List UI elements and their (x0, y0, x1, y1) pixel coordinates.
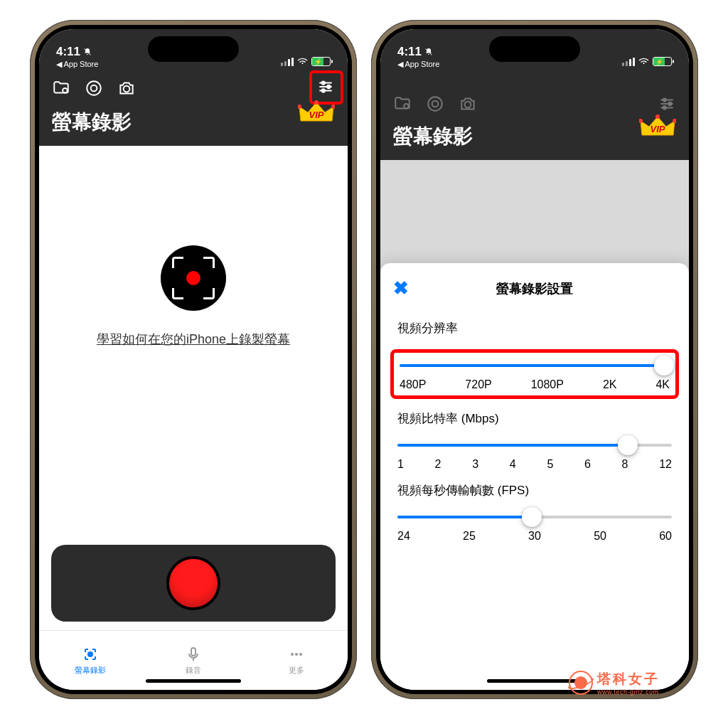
status-indicators: ⚡ (281, 54, 331, 69)
settings-sheet: ✖ 螢幕錄影設置 視頻分辨率 48 (380, 263, 689, 690)
svg-point-27 (663, 98, 666, 101)
battery-icon: ⚡ (311, 57, 331, 66)
settings-sliders-icon (658, 95, 676, 113)
bitrate-label: 視頻比特率 (Mbps) (397, 410, 672, 427)
status-back-link[interactable]: ◀ App Store (56, 60, 98, 69)
record-button[interactable] (166, 556, 220, 610)
svg-point-22 (432, 101, 439, 107)
camera-icon[interactable] (117, 79, 136, 97)
bell-slash-icon (83, 48, 92, 56)
cellular-icon (281, 58, 294, 66)
battery-icon: ⚡ (653, 57, 672, 66)
svg-point-17 (295, 653, 298, 656)
callout-highlight: 480P 720P 1080P 2K 4K (390, 349, 679, 399)
fps-label: 視頻每秒傳輸幀數 (FPS) (397, 482, 672, 499)
vip-badge[interactable]: VIP (298, 98, 335, 129)
page-header: 螢幕錄影 VIP (39, 103, 348, 146)
fps-ticks: 24 25 30 50 60 (397, 530, 672, 543)
setting-bitrate: 視頻比特率 (Mbps) 1 2 3 4 5 6 (380, 399, 689, 471)
svg-point-12 (314, 100, 318, 105)
effects-icon (426, 95, 444, 113)
fps-slider[interactable] (397, 511, 672, 523)
resolution-slider[interactable] (400, 360, 670, 371)
svg-point-23 (465, 102, 471, 108)
phone-left: 4:11 ◀ App Store ⚡ (30, 20, 357, 699)
watermark: 塔科女子 www.tech-girlz.com (569, 670, 660, 696)
cellular-icon (622, 58, 635, 66)
vip-badge: VIP (639, 112, 676, 144)
tab-more[interactable]: 更多 (245, 631, 348, 690)
effects-icon[interactable] (85, 79, 103, 97)
page-title: 螢幕錄影 (52, 109, 132, 136)
bitrate-slider[interactable] (397, 440, 672, 451)
bell-slash-icon (424, 48, 433, 56)
wifi-icon (296, 54, 309, 69)
record-bar (51, 545, 335, 622)
phone-right: 4:11 ◀ App Store ⚡ (371, 20, 698, 699)
main-content: 學習如何在您的iPhone上錄製螢幕 (39, 146, 348, 630)
tab-screen-record[interactable]: 螢幕錄影 (39, 631, 142, 690)
svg-point-18 (299, 653, 302, 656)
svg-point-21 (428, 97, 442, 111)
status-back-link[interactable]: ◀ App Store (397, 60, 439, 69)
planet-icon (569, 671, 593, 695)
setting-resolution: 視頻分辨率 480P 720P 1080P 2K (380, 309, 689, 399)
more-icon (288, 646, 305, 663)
svg-rect-15 (191, 648, 196, 656)
record-demo-button[interactable] (161, 245, 226, 311)
dynamic-island (489, 36, 580, 62)
sheet-title: 螢幕錄影設置 (496, 282, 573, 296)
setting-fps: 視頻每秒傳輸幀數 (FPS) 24 25 30 50 60 (380, 471, 689, 543)
svg-point-20 (404, 104, 409, 109)
svg-point-29 (663, 106, 666, 109)
svg-point-2 (87, 81, 101, 95)
resolution-label: 視頻分辨率 (380, 320, 689, 336)
page-header-dimmed: 螢幕錄影 VIP (380, 117, 689, 160)
svg-point-3 (91, 85, 97, 92)
page-title: 螢幕錄影 (393, 123, 473, 150)
folder-icon[interactable] (52, 79, 70, 97)
status-time: 4:11 (56, 45, 80, 59)
svg-point-28 (668, 102, 671, 105)
bitrate-ticks: 1 2 3 4 5 6 8 12 (397, 458, 672, 471)
svg-point-31 (655, 115, 660, 119)
status-time: 4:11 (397, 45, 422, 59)
wifi-icon (638, 54, 650, 69)
svg-point-1 (63, 88, 68, 93)
learn-link[interactable]: 學習如何在您的iPhone上錄製螢幕 (97, 331, 290, 348)
screen-record-tab-icon (82, 646, 99, 663)
folder-icon (393, 95, 412, 113)
svg-point-14 (88, 652, 92, 656)
svg-point-4 (124, 86, 130, 92)
camera-icon (459, 95, 477, 113)
svg-point-16 (291, 653, 294, 656)
dynamic-island (148, 36, 239, 62)
resolution-ticks: 480P 720P 1080P 2K 4K (400, 378, 670, 391)
close-button[interactable]: ✖ (393, 277, 409, 299)
home-indicator[interactable] (487, 679, 582, 683)
status-indicators: ⚡ (622, 54, 672, 69)
microphone-icon (185, 646, 202, 663)
home-indicator[interactable] (146, 679, 241, 683)
